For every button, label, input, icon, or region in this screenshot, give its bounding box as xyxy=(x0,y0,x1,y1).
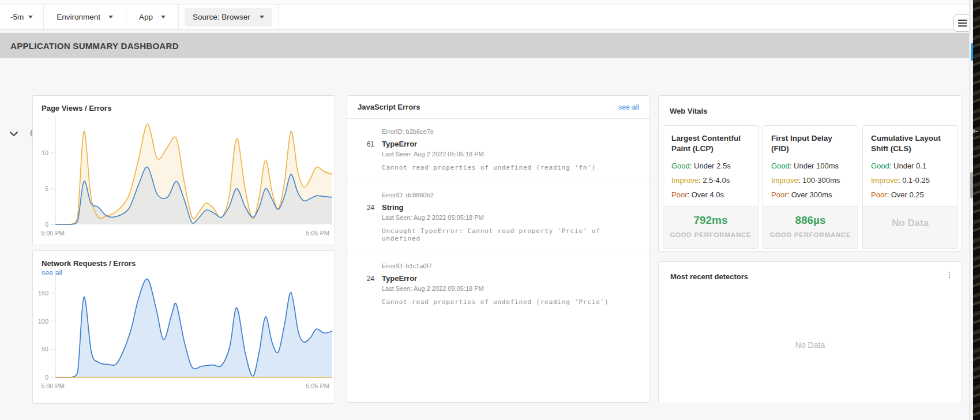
filter-toolbar: -5m Environment App Source: Browser xyxy=(0,5,973,30)
good-label: Good xyxy=(771,162,790,170)
network-requests-chart[interactable]: Network Requests / Errors see all 050100… xyxy=(33,251,335,403)
cls-head: Cumulative Layout Shift (CLS) Good: Unde… xyxy=(863,126,958,199)
lcp-metric-card: Largest Contentful Paint (LCP) Good: Und… xyxy=(663,125,759,249)
lcp-head: Largest Contentful Paint (LCP) Good: Und… xyxy=(663,126,758,199)
svg-text:0: 0 xyxy=(45,374,48,381)
error-id: ErrorID: b2b6ce7e xyxy=(382,128,638,135)
lcp-improve-line: Improve: 2.5-4.0s xyxy=(671,176,750,185)
improve-label: Improve xyxy=(871,176,898,185)
time-range-dropdown[interactable]: -5m xyxy=(0,5,44,29)
poor-value: : Over 4.0s xyxy=(687,190,724,199)
lcp-poor-line: Poor: Over 4.0s xyxy=(671,190,750,199)
app-dropdown[interactable]: App xyxy=(126,5,179,29)
poor-label: Poor xyxy=(671,190,687,199)
detectors-title: Most recent detectors xyxy=(670,272,748,281)
good-label: Good xyxy=(871,162,889,170)
javascript-errors-see-all-link[interactable]: see all xyxy=(618,103,639,111)
chevron-down-icon xyxy=(161,16,166,18)
javascript-errors-card: JavaScript Errors see all 61 ErrorID: b2… xyxy=(347,95,650,403)
web-vitals-metrics: Largest Contentful Paint (LCP) Good: Und… xyxy=(663,125,958,249)
web-vitals-title: Web Vitals xyxy=(670,107,707,115)
cls-metric-card: Cumulative Layout Shift (CLS) Good: Unde… xyxy=(862,125,958,249)
app-row: jmcj-rum-app ⋮ xyxy=(0,58,973,95)
lcp-status: GOOD PERFORMANCE xyxy=(663,231,758,238)
javascript-errors-header: JavaScript Errors see all xyxy=(347,96,649,119)
fid-head: First Input Delay (FID) Good: Under 100m… xyxy=(763,126,858,199)
error-id: ErrorID: b1c1a0f7 xyxy=(382,262,638,269)
good-value: : Under 0.1 xyxy=(889,162,926,170)
error-count: 24 xyxy=(347,192,374,242)
wallpaper-text-fragment: t– xyxy=(973,128,978,134)
lcp-title: Largest Contentful Paint (LCP) xyxy=(671,133,750,154)
cls-value-area: No Data xyxy=(863,206,958,248)
source-dropdown[interactable]: Source: Browser xyxy=(185,8,272,27)
lcp-value: 792ms xyxy=(663,214,758,227)
source-dropdown-wrap: Source: Browser xyxy=(179,5,279,29)
js-error-item[interactable]: 61 ErrorID: b2b6ce7e TypeError Last Seen… xyxy=(347,119,649,182)
collapse-chevron-icon[interactable] xyxy=(9,129,18,140)
svg-text:50: 50 xyxy=(42,346,48,352)
poor-value: : Over 300ms xyxy=(787,190,832,199)
app-window: -5m Environment App Source: Browser APPL… xyxy=(0,0,973,420)
error-id: ErrorID: dc8860b2 xyxy=(382,192,638,198)
svg-text:10: 10 xyxy=(42,149,48,156)
fid-poor-line: Poor: Over 300ms xyxy=(771,190,850,199)
web-vitals-card: Web Vitals Largest Contentful Paint (LCP… xyxy=(658,95,962,252)
app-label: App xyxy=(139,13,153,21)
chevron-down-icon xyxy=(108,16,113,18)
error-body: ErrorID: b1c1a0f7 TypeError Last Seen: A… xyxy=(382,262,638,306)
svg-text:5: 5 xyxy=(45,185,48,192)
page-views-chart[interactable]: Page Views / Errors 0510 5:00 PM 5:05 PM xyxy=(33,96,335,245)
page-views-plot[interactable]: 0510 xyxy=(33,95,336,245)
svg-text:100: 100 xyxy=(38,318,48,325)
lcp-good-line: Good: Under 2.5s xyxy=(671,162,750,170)
error-name: TypeError xyxy=(382,140,638,148)
lcp-value-area: 792ms GOOD PERFORMANCE xyxy=(663,206,758,248)
x-axis-end-label: 5:05 PM xyxy=(306,382,329,389)
x-axis-end-label: 5:05 PM xyxy=(306,230,329,237)
dashboard-title: APPLICATION SUMMARY DASHBOARD xyxy=(10,41,179,51)
menu-button[interactable] xyxy=(953,14,971,32)
fid-value-area: 886µs GOOD PERFORMANCE xyxy=(763,206,858,248)
page-views-card: Page Views / Errors 0510 5:00 PM 5:05 PM xyxy=(32,95,335,245)
source-value: Source: Browser xyxy=(193,13,250,21)
poor-label: Poor xyxy=(871,190,887,199)
window-top-strip xyxy=(0,0,973,5)
fid-title: First Input Delay (FID) xyxy=(771,133,850,154)
js-error-item[interactable]: 24 ErrorID: b1c1a0f7 TypeError Last Seen… xyxy=(347,253,649,316)
improve-value: : 2.5-4.0s xyxy=(699,176,730,185)
fid-status: GOOD PERFORMANCE xyxy=(763,231,858,238)
fid-metric-card: First Input Delay (FID) Good: Under 100m… xyxy=(763,125,858,249)
environment-label: Environment xyxy=(57,13,100,21)
improve-value: : 100-300ms xyxy=(798,176,840,185)
js-error-item[interactable]: 24 ErrorID: dc8860b2 String Last Seen: A… xyxy=(347,182,649,253)
time-range-value: -5m xyxy=(10,13,24,21)
error-count: 61 xyxy=(347,128,374,171)
poor-value: : Over 0.25 xyxy=(887,190,923,199)
improve-value: : 0.1-0.25 xyxy=(898,176,930,185)
improve-label: Improve xyxy=(671,176,699,185)
error-message: Cannot read properties of undefined (rea… xyxy=(382,164,638,171)
detectors-kebab-icon[interactable]: ⋮ xyxy=(945,270,953,279)
cls-title: Cumulative Layout Shift (CLS) xyxy=(871,133,949,154)
error-body: ErrorID: b2b6ce7e TypeError Last Seen: A… xyxy=(382,128,638,171)
error-count: 24 xyxy=(347,262,374,306)
cls-value: No Data xyxy=(892,214,929,229)
network-requests-plot[interactable]: 050100150 xyxy=(33,250,336,403)
fid-improve-line: Improve: 100-300ms xyxy=(771,176,850,185)
good-value: : Under 100ms xyxy=(790,162,839,170)
error-name: TypeError xyxy=(382,274,638,283)
environment-dropdown[interactable]: Environment xyxy=(44,5,126,29)
chevron-down-icon xyxy=(28,16,33,18)
good-value: : Under 2.5s xyxy=(690,162,731,170)
x-axis-start-label: 5:00 PM xyxy=(41,382,65,389)
x-axis-start-label: 5:00 PM xyxy=(41,230,65,237)
svg-text:0: 0 xyxy=(45,221,48,228)
error-name: String xyxy=(382,203,638,212)
desktop-wallpaper-edge: t– xyxy=(973,0,980,420)
error-last-seen: Last Seen: Aug 2 2022 05:05:18 PM xyxy=(382,151,638,158)
error-last-seen: Last Seen: Aug 2 2022 05:05:18 PM xyxy=(382,214,638,221)
hamburger-icon xyxy=(958,22,967,24)
improve-label: Improve xyxy=(771,176,798,185)
error-message: Cannot read properties of undefined (rea… xyxy=(382,298,638,306)
